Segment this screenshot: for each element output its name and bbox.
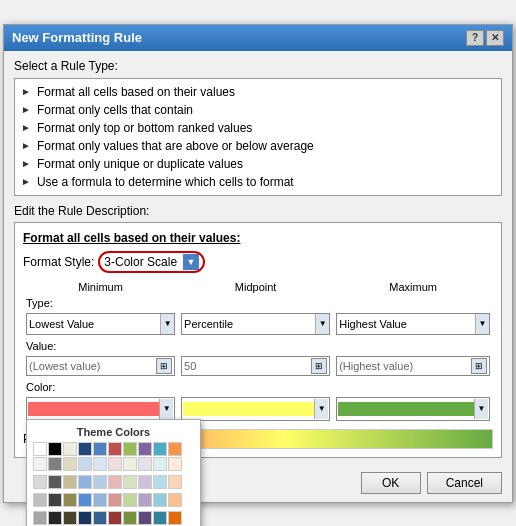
- min-value-cell: ⊞: [23, 354, 178, 378]
- ok-button[interactable]: OK: [361, 472, 421, 494]
- format-style-row: Format Style: 3-Color Scale ▼: [23, 251, 493, 273]
- shade-4-10[interactable]: [168, 511, 182, 525]
- theme-color-3[interactable]: [63, 442, 77, 456]
- min-type-select[interactable]: Lowest Value ▼: [26, 313, 175, 335]
- shade-1-7[interactable]: [123, 457, 137, 471]
- mid-type-dropdown[interactable]: Percentile: [182, 317, 315, 331]
- shade-3-5[interactable]: [93, 493, 107, 507]
- shade-2-1[interactable]: [33, 475, 47, 489]
- min-type-dropdown[interactable]: Lowest Value: [27, 317, 160, 331]
- max-type-dropdown[interactable]: Highest Value: [337, 317, 475, 331]
- col-header-maximum: Maximum: [333, 281, 493, 295]
- theme-color-8[interactable]: [138, 442, 152, 456]
- format-style-dropdown-wrapper[interactable]: 3-Color Scale ▼: [98, 251, 205, 273]
- shade-4-2[interactable]: [48, 511, 62, 525]
- shade-3-10[interactable]: [168, 493, 182, 507]
- max-value-input-wrapper: ⊞: [336, 356, 490, 376]
- mid-color-button[interactable]: ▼: [181, 397, 330, 421]
- shade-2-5[interactable]: [93, 475, 107, 489]
- shade-3-3[interactable]: [63, 493, 77, 507]
- shade-3-4[interactable]: [78, 493, 92, 507]
- shade-3-2[interactable]: [48, 493, 62, 507]
- shade-4-9[interactable]: [153, 511, 167, 525]
- min-value-input[interactable]: [29, 360, 156, 372]
- rule-item-6[interactable]: ► Use a formula to determine which cells…: [21, 173, 495, 191]
- shade-2-7[interactable]: [123, 475, 137, 489]
- shade-3-9[interactable]: [153, 493, 167, 507]
- edit-box: Format all cells based on their values: …: [14, 222, 502, 458]
- rule-item-label-6: Use a formula to determine which cells t…: [37, 175, 294, 189]
- shade-1-10[interactable]: [168, 457, 182, 471]
- min-ref-button[interactable]: ⊞: [156, 358, 172, 374]
- theme-color-1[interactable]: [33, 442, 47, 456]
- shade-2-6[interactable]: [108, 475, 122, 489]
- shade-2-3[interactable]: [63, 475, 77, 489]
- scale-table: Minimum Midpoint Maximum Type:: [23, 281, 493, 423]
- max-value-input[interactable]: [339, 360, 471, 372]
- theme-color-6[interactable]: [108, 442, 122, 456]
- theme-color-10[interactable]: [168, 442, 182, 456]
- shade-1-9[interactable]: [153, 457, 167, 471]
- shade-4-4[interactable]: [78, 511, 92, 525]
- theme-color-2[interactable]: [48, 442, 62, 456]
- shade-4-1[interactable]: [33, 511, 47, 525]
- color-popup: Theme Colors: [26, 419, 201, 527]
- rule-item-label-3: Format only top or bottom ranked values: [37, 121, 252, 135]
- close-button[interactable]: ✕: [486, 30, 504, 46]
- rule-arrow-6: ►: [21, 176, 31, 187]
- mid-value-input[interactable]: [184, 360, 311, 372]
- shade-4-7[interactable]: [123, 511, 137, 525]
- shade-1-3[interactable]: [63, 457, 77, 471]
- min-color-button[interactable]: ▼: [26, 397, 175, 421]
- shade-2-8[interactable]: [138, 475, 152, 489]
- rule-item-4[interactable]: ► Format only values that are above or b…: [21, 137, 495, 155]
- cancel-button[interactable]: Cancel: [427, 472, 502, 494]
- max-type-select[interactable]: Highest Value ▼: [336, 313, 490, 335]
- format-style-arrow-icon: ▼: [183, 254, 199, 270]
- shade-2-4[interactable]: [78, 475, 92, 489]
- theme-shade-row-2: [33, 475, 194, 489]
- max-color-swatch: [338, 402, 474, 416]
- mid-ref-button[interactable]: ⊞: [311, 358, 327, 374]
- format-style-label: Format Style:: [23, 255, 94, 269]
- shade-1-1[interactable]: [33, 457, 47, 471]
- shade-4-8[interactable]: [138, 511, 152, 525]
- shade-1-8[interactable]: [138, 457, 152, 471]
- max-color-arrow-icon: ▼: [474, 399, 488, 419]
- type-label-mid: [178, 295, 333, 311]
- shade-1-6[interactable]: [108, 457, 122, 471]
- rule-arrow-4: ►: [21, 140, 31, 151]
- shade-4-5[interactable]: [93, 511, 107, 525]
- rule-item-3[interactable]: ► Format only top or bottom ranked value…: [21, 119, 495, 137]
- shade-4-6[interactable]: [108, 511, 122, 525]
- col-header-minimum: Minimum: [23, 281, 178, 295]
- theme-color-9[interactable]: [153, 442, 167, 456]
- shade-3-6[interactable]: [108, 493, 122, 507]
- rule-item-5[interactable]: ► Format only unique or duplicate values: [21, 155, 495, 173]
- shade-1-4[interactable]: [78, 457, 92, 471]
- rule-arrow-2: ►: [21, 104, 31, 115]
- help-button[interactable]: ?: [466, 30, 484, 46]
- theme-color-5[interactable]: [93, 442, 107, 456]
- max-ref-button[interactable]: ⊞: [471, 358, 487, 374]
- theme-color-7[interactable]: [123, 442, 137, 456]
- shade-4-3[interactable]: [63, 511, 77, 525]
- shade-3-7[interactable]: [123, 493, 137, 507]
- theme-color-4[interactable]: [78, 442, 92, 456]
- shade-1-2[interactable]: [48, 457, 62, 471]
- shade-2-9[interactable]: [153, 475, 167, 489]
- max-color-button[interactable]: ▼: [336, 397, 490, 421]
- theme-shade-row-4: [33, 511, 194, 525]
- max-value-cell: ⊞: [333, 354, 493, 378]
- shade-3-8[interactable]: [138, 493, 152, 507]
- mid-type-select[interactable]: Percentile ▼: [181, 313, 330, 335]
- rule-item-1[interactable]: ► Format all cells based on their values: [21, 83, 495, 101]
- format-style-value: 3-Color Scale: [104, 255, 181, 269]
- shade-2-10[interactable]: [168, 475, 182, 489]
- shade-3-1[interactable]: [33, 493, 47, 507]
- shade-1-5[interactable]: [93, 457, 107, 471]
- rule-item-2[interactable]: ► Format only cells that contain: [21, 101, 495, 119]
- new-formatting-rule-dialog: New Formatting Rule ? ✕ Select a Rule Ty…: [3, 24, 513, 503]
- rule-type-label: Select a Rule Type:: [14, 59, 502, 73]
- shade-2-2[interactable]: [48, 475, 62, 489]
